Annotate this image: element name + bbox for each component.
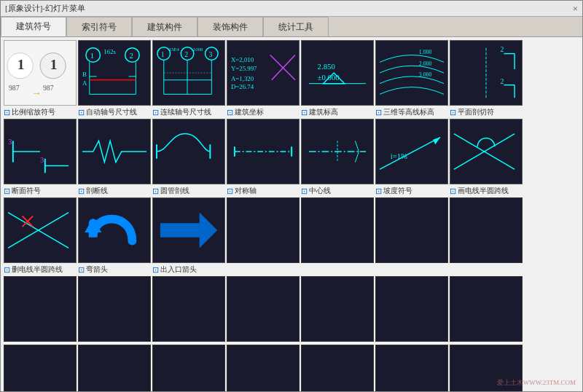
cell-r4-4 [227, 276, 300, 343]
svg-text:D=26.74: D=26.74 [231, 83, 254, 90]
main-window: [原象设计]-幻灯片菜单 × 建筑符号 索引符号 建筑构件 装饰构件 统计工具 [0, 0, 583, 392]
content-area: 1 987 1 987 → ⊡ 比例缩放符号 [1, 37, 582, 391]
cell-empty-3 [375, 197, 448, 275]
cell-r5-4 [227, 345, 300, 391]
svg-text:987: 987 [43, 84, 54, 92]
cell-empty-2 [301, 197, 374, 275]
cell-delete-wire-arc: ⊡ 删电线半圆跨线 [4, 197, 77, 275]
canvas-building-elevation[interactable]: 2.850 ±0.000 [301, 40, 374, 106]
canvas-building-coord[interactable]: X=2,010 Y=25.997 A=1,320 D=26.74 [227, 40, 300, 106]
svg-text:1008: 1008 [193, 47, 203, 52]
label-building-elevation: ⊡ 建筑标高 [301, 107, 374, 117]
cell-break-line: ⊡ 剖断线 [78, 119, 151, 196]
svg-text:i=1%: i=1% [391, 152, 407, 160]
label-curved-arrow: ⊡ 弯箭头 [78, 264, 151, 275]
svg-text:987: 987 [9, 84, 20, 92]
canvas-draw-wire-arc[interactable] [450, 119, 523, 184]
label-3d-contour-elevation: ⊡ 三维等高线标高 [375, 107, 448, 117]
tab-decorative-components[interactable]: 装饰构件 [197, 17, 263, 36]
cell-continuous-axis-dim: 1 2 3 15E4 1008 [152, 40, 225, 117]
canvas-continuous-axis-dim[interactable]: 1 2 3 15E4 1008 [152, 40, 225, 106]
close-button[interactable]: × [573, 3, 578, 15]
svg-text:1: 1 [161, 50, 165, 58]
svg-marker-77 [160, 213, 217, 248]
cell-section-symbol: 3 3 ⊡ 断面符号 [4, 119, 77, 196]
cell-3d-contour-elevation: 1.000 2.000 3.000 ⊡ 三维等高线标高 [375, 40, 448, 117]
canvas-plan-section-symbol[interactable]: 2 2 [450, 40, 523, 106]
canvas-break-line[interactable] [78, 119, 151, 184]
cell-r5-5 [301, 345, 374, 391]
label-symmetry-axis: ⊡ 对称轴 [227, 186, 300, 196]
cell-r5-7 [450, 345, 523, 391]
cell-r5-1 [4, 345, 77, 391]
canvas-3d-contour-elevation[interactable]: 1.000 2.000 3.000 [375, 40, 448, 106]
canvas-empty-2 [301, 197, 374, 263]
label-scale-symbol: ⊡ 比例缩放符号 [4, 107, 77, 117]
svg-text:1.000: 1.000 [419, 49, 432, 55]
svg-text:Y=25.997: Y=25.997 [231, 65, 257, 72]
svg-text:3: 3 [8, 137, 12, 146]
cell-r4-2 [78, 276, 151, 343]
label-plan-section-symbol: ⊡ 平面剖切符 [450, 107, 523, 117]
title-bar: [原象设计]-幻灯片菜单 × [1, 1, 582, 17]
cell-plan-section-symbol: 2 2 ⊡ 平面剖切符 [450, 40, 523, 117]
cell-center-line: ⊡ 中心线 [301, 119, 374, 196]
svg-text:1: 1 [17, 57, 25, 72]
cell-r5-2 [78, 345, 151, 391]
svg-text:3: 3 [40, 155, 44, 164]
label-building-coord: ⊡ 建筑坐标 [227, 107, 300, 117]
label-draw-wire-arc: ⊡ 画电线半圆跨线 [450, 186, 523, 196]
grid-row-1: 1 987 1 987 → ⊡ 比例缩放符号 [4, 40, 579, 117]
svg-text:1: 1 [50, 57, 58, 72]
canvas-entrance-exit-arrow[interactable] [152, 197, 225, 263]
tab-index-symbols[interactable]: 索引符号 [66, 17, 132, 36]
cell-entrance-exit-arrow: ⊡ 出入口箭头 [152, 197, 225, 275]
canvas-section-symbol[interactable]: 3 3 [4, 119, 77, 184]
svg-text:B: B [82, 71, 87, 78]
label-slope-symbol: ⊡ 坡度符号 [375, 186, 448, 196]
cell-curved-arrow: ⊡ 弯箭头 [78, 197, 151, 275]
canvas-symmetry-axis[interactable] [227, 119, 300, 184]
cell-r4-3 [152, 276, 225, 343]
grid-row-5 [4, 345, 579, 391]
svg-text:A: A [82, 79, 87, 87]
svg-text:162s: 162s [103, 48, 116, 55]
tab-statistics-tools[interactable]: 统计工具 [263, 17, 329, 36]
cell-auto-axis-dim: 1 2 162s B A [78, 40, 151, 117]
cell-slope-symbol: i=1% ⊡ 坡度符号 [375, 119, 448, 196]
svg-text:X=2,010: X=2,010 [231, 56, 254, 63]
label-delete-wire-arc: ⊡ 删电线半圆跨线 [4, 264, 77, 275]
tab-building-components[interactable]: 建筑构件 [132, 17, 197, 36]
svg-text:2: 2 [501, 45, 504, 53]
cell-building-coord: X=2,010 Y=25.997 A=1,320 D=26.74 ⊡ 建筑坐标 [227, 40, 300, 117]
cell-r5-6 [375, 345, 448, 391]
canvas-delete-wire-arc[interactable] [4, 197, 77, 263]
cell-r4-5 [301, 276, 374, 343]
svg-text:15E4: 15E4 [169, 47, 180, 52]
window-title: [原象设计]-幻灯片菜单 [5, 3, 85, 14]
tab-architecture-symbols[interactable]: 建筑符号 [1, 17, 66, 36]
svg-text:2: 2 [501, 77, 504, 85]
label-entrance-exit-arrow: ⊡ 出入口箭头 [152, 264, 225, 275]
svg-text:1: 1 [90, 51, 94, 60]
cell-empty-1 [227, 197, 300, 275]
svg-text:3: 3 [208, 50, 212, 58]
canvas-empty-1 [227, 197, 300, 263]
svg-text:2: 2 [130, 51, 133, 60]
cell-r4-1 [4, 276, 77, 343]
canvas-curved-arrow[interactable] [78, 197, 151, 263]
label-section-symbol: ⊡ 断面符号 [4, 186, 77, 196]
canvas-slope-symbol[interactable]: i=1% [375, 119, 448, 184]
canvas-center-line[interactable] [301, 119, 374, 184]
label-auto-axis-dim: ⊡ 自动轴号尺寸线 [78, 107, 151, 117]
canvas-pipe-section-line[interactable] [152, 119, 225, 184]
canvas-auto-axis-dim[interactable]: 1 2 162s B A [78, 40, 151, 106]
label-continuous-axis-dim: ⊡ 连续轴号尺寸线 [152, 107, 225, 117]
cell-r5-3 [152, 345, 225, 391]
label-pipe-section-line: ⊡ 圆管剖线 [152, 186, 225, 196]
tab-bar: 建筑符号 索引符号 建筑构件 装饰构件 统计工具 [1, 17, 582, 37]
cell-r4-7 [450, 276, 523, 343]
svg-text:2.850: 2.850 [318, 62, 335, 71]
svg-text:2: 2 [184, 50, 188, 58]
canvas-scale-symbol[interactable]: 1 987 1 987 → [4, 40, 77, 106]
